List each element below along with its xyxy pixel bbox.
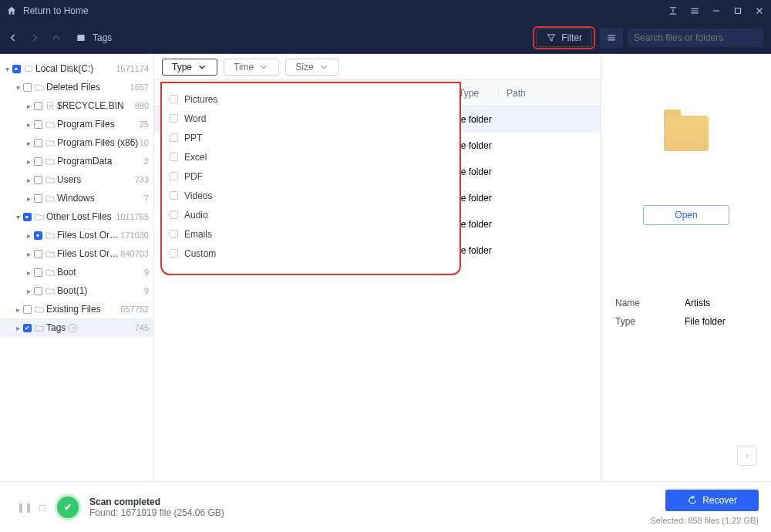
type-filter-option[interactable]: Excel	[170, 147, 460, 167]
tree-item[interactable]: ▸Existing Files657752	[0, 300, 153, 318]
col-path[interactable]: Path	[498, 88, 601, 99]
tree-item[interactable]: ▸Windows7	[0, 189, 153, 207]
help-icon[interactable]: ?	[68, 324, 77, 333]
tree-checkbox[interactable]	[12, 65, 21, 73]
option-checkbox[interactable]	[170, 114, 178, 123]
option-checkbox[interactable]	[170, 133, 178, 142]
close-icon[interactable]	[754, 5, 765, 16]
tree-item[interactable]: ▾Local Disk(C:)1671174	[0, 59, 153, 78]
search-icon[interactable]	[756, 32, 757, 43]
return-home-link[interactable]: Return to Home	[23, 5, 89, 16]
tree-checkbox[interactable]	[34, 139, 42, 147]
stop-icon[interactable]: ◻	[39, 502, 46, 513]
option-checkbox[interactable]	[170, 153, 178, 161]
up-icon[interactable]	[51, 32, 62, 43]
tree-folder-icon	[43, 100, 57, 111]
tree-caret-icon[interactable]: ▾	[14, 83, 22, 92]
tree-caret-icon[interactable]: ▸	[14, 305, 22, 314]
update-icon[interactable]	[668, 5, 678, 16]
type-filter-option[interactable]: Audio	[170, 205, 460, 224]
option-checkbox[interactable]	[170, 249, 178, 258]
option-checkbox[interactable]	[170, 230, 178, 238]
detail-type-value: File folder	[685, 316, 726, 327]
search-input[interactable]	[634, 32, 749, 43]
tree-item[interactable]: ▸ProgramData2	[0, 152, 153, 170]
type-filter-option[interactable]: Custom	[170, 244, 460, 263]
tree-checkbox[interactable]	[34, 194, 42, 203]
detail-name-value: Artists	[685, 298, 710, 308]
tree-caret-icon[interactable]: ▸	[25, 231, 32, 240]
menu-icon[interactable]	[689, 5, 700, 16]
tree-checkbox[interactable]	[23, 305, 32, 314]
filter-size-button[interactable]: Size	[285, 59, 338, 76]
tree-checkbox[interactable]	[23, 83, 32, 92]
tree-item[interactable]: ▸$RECYCLE.BIN880	[0, 96, 153, 115]
tree-checkbox[interactable]	[34, 231, 42, 240]
option-checkbox[interactable]	[170, 191, 178, 200]
tree-item[interactable]: ▸Program Files25	[0, 115, 153, 133]
option-checkbox[interactable]	[170, 172, 178, 180]
type-filter-option[interactable]: Emails	[170, 224, 460, 244]
tree-item[interactable]: ▾Deleted Files1657	[0, 78, 153, 96]
option-label: PDF	[184, 171, 203, 182]
tree-caret-icon[interactable]: ▸	[25, 287, 32, 295]
tree-caret-icon[interactable]: ▾	[14, 213, 22, 221]
tree-caret-icon[interactable]: ▾	[3, 65, 11, 73]
type-filter-option[interactable]: Videos	[170, 186, 460, 205]
tree-label: Files Lost Original ...	[57, 248, 120, 259]
pause-icon[interactable]: ❚❚	[17, 502, 32, 513]
view-mode-button[interactable]	[600, 28, 623, 48]
tree-checkbox[interactable]	[34, 287, 42, 295]
open-button[interactable]: Open	[643, 205, 729, 225]
tree-item[interactable]: ▸Tags?745	[0, 318, 153, 337]
tree-caret-icon[interactable]: ▸	[25, 157, 32, 166]
type-filter-option[interactable]: PPT	[170, 128, 460, 147]
type-filter-option[interactable]: Pictures	[170, 89, 460, 109]
type-filter-option[interactable]: PDF	[170, 167, 460, 186]
tree-caret-icon[interactable]: ▸	[25, 176, 32, 184]
tree-item[interactable]: ▸Users733	[0, 170, 153, 189]
type-filter-option[interactable]: Word	[170, 109, 460, 128]
tree-checkbox[interactable]	[23, 324, 32, 332]
tree-label: Program Files (x86)	[57, 137, 140, 148]
tree-item[interactable]: ▾Other Lost Files1011765	[0, 207, 153, 226]
tree-label: Program Files	[57, 119, 140, 130]
back-icon[interactable]	[8, 32, 19, 43]
tree-caret-icon[interactable]: ▸	[25, 250, 32, 258]
minimize-icon[interactable]	[711, 5, 722, 16]
tree-caret-icon[interactable]: ▸	[25, 120, 32, 129]
maximize-icon[interactable]	[732, 5, 743, 16]
search-box[interactable]	[628, 29, 763, 47]
option-checkbox[interactable]	[170, 95, 178, 103]
tree-caret-icon[interactable]: ▸	[25, 268, 32, 277]
tree-checkbox[interactable]	[34, 250, 42, 258]
filter-time-button[interactable]: Time	[224, 59, 279, 76]
tree-checkbox[interactable]	[34, 120, 42, 129]
forward-icon[interactable]	[29, 32, 40, 43]
tree-checkbox[interactable]	[34, 157, 42, 166]
tree-label: Tags?	[46, 322, 135, 334]
tree-checkbox[interactable]	[34, 176, 42, 184]
tree-caret-icon[interactable]: ▸	[25, 194, 32, 203]
filter-button[interactable]: Filter	[536, 29, 592, 47]
tree-item[interactable]: ▸Boot9	[0, 263, 153, 281]
tree-caret-icon[interactable]: ▸	[25, 139, 32, 147]
home-icon[interactable]	[6, 5, 17, 16]
filter-type-button[interactable]: Type	[162, 59, 217, 76]
option-label: Custom	[184, 248, 216, 259]
tree-item[interactable]: ▸Boot(1)9	[0, 281, 153, 300]
tree-item[interactable]: ▸Files Lost Original ...840703	[0, 244, 153, 263]
tree-item[interactable]: ▸Files Lost Origi...?171030	[0, 226, 153, 244]
tree-item[interactable]: ▸Program Files (x86)10	[0, 133, 153, 152]
tree-label: ProgramData	[57, 156, 144, 167]
next-page-button[interactable]: ›	[737, 446, 757, 466]
tree-checkbox[interactable]	[23, 213, 32, 221]
option-checkbox[interactable]	[170, 210, 178, 219]
tree-count: 745	[135, 323, 149, 332]
tree-caret-icon[interactable]: ▸	[25, 102, 32, 110]
type-filter-dropdown[interactable]: PicturesWordPPTExcelPDFVideosAudioEmails…	[160, 82, 461, 275]
tree-checkbox[interactable]	[34, 268, 42, 277]
tree-caret-icon[interactable]: ▸	[14, 324, 22, 332]
recover-button[interactable]: Recover	[665, 490, 759, 511]
tree-checkbox[interactable]	[34, 102, 42, 110]
